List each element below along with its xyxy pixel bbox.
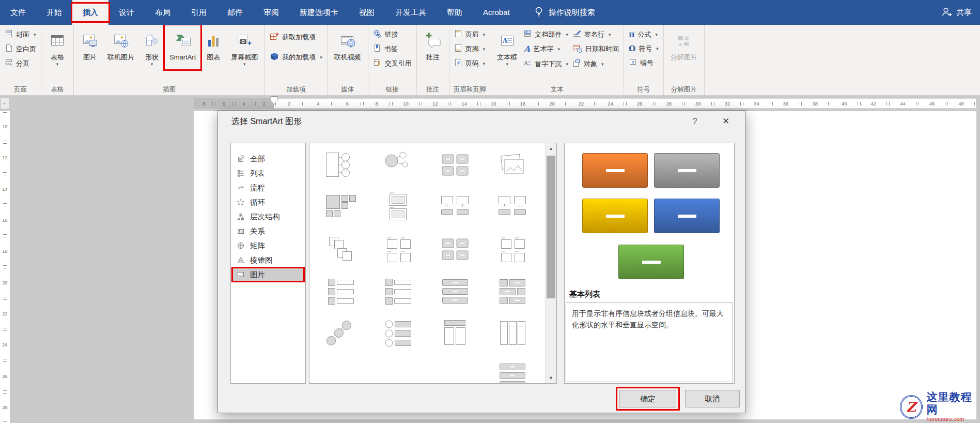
category-循环[interactable]: 循环 xyxy=(231,195,305,209)
thumb-header-columns[interactable] xyxy=(433,318,477,349)
艺术字-button[interactable]: A艺术字▾ xyxy=(521,43,570,55)
category-流程[interactable]: 流程 xyxy=(231,180,305,195)
文本框-button[interactable]: A文本框▾ xyxy=(493,26,521,82)
空白页-button[interactable]: 空白页 xyxy=(3,43,38,54)
tab-插入[interactable]: 插入 xyxy=(72,0,108,25)
tab-设计[interactable]: 设计 xyxy=(108,0,145,25)
category-图片[interactable]: 图片 xyxy=(231,267,305,282)
scrollbar-thumb[interactable] xyxy=(547,156,555,298)
thumb-picture-blocks[interactable] xyxy=(433,149,477,180)
thumb-horizontal-bars[interactable] xyxy=(433,276,477,307)
封面-button[interactable]: 封面▾ xyxy=(3,29,38,40)
tab-开发工具[interactable]: 开发工具 xyxy=(385,0,437,25)
tab-引用[interactable]: 引用 xyxy=(181,0,217,25)
thumb-three-columns[interactable] xyxy=(490,318,535,349)
preview-shape-gold xyxy=(582,199,648,233)
share-button[interactable]: 共享 xyxy=(941,0,972,25)
屏幕截图-button[interactable]: 屏幕截图▾ xyxy=(227,26,262,82)
tab-布局[interactable]: 布局 xyxy=(145,0,181,25)
category-全部[interactable]: 全部 xyxy=(231,152,305,166)
dropdown-arrow-icon: ▾ xyxy=(56,62,59,67)
ok-button[interactable]: 确定 xyxy=(619,390,676,407)
thumb-circle-caption-rows[interactable] xyxy=(376,318,421,349)
thumb-dot-link-partial[interactable] xyxy=(376,360,421,384)
符号-button[interactable]: Ω符号▾ xyxy=(627,43,661,54)
svg-text:#: # xyxy=(457,61,460,66)
dialog-help-button[interactable]: ? xyxy=(683,111,706,132)
签名行-button[interactable]: 签名行▾ xyxy=(570,29,621,40)
tab-审阅[interactable]: 审阅 xyxy=(253,0,289,25)
thumb-overlapping-pictures[interactable] xyxy=(319,234,363,265)
书签-button[interactable]: 书签 xyxy=(371,43,414,54)
ruler-text-segment: 2468101214161820222426283032343638404244… xyxy=(274,98,976,109)
gallery-scrollbar[interactable]: ▲ ▼ xyxy=(545,143,556,383)
联机图片-button[interactable]: 联机图片 xyxy=(103,26,138,82)
tab-开始[interactable]: 开始 xyxy=(36,0,72,25)
thumb-stacked-pictures[interactable] xyxy=(490,149,535,180)
thumb-horizontal-bars[interactable] xyxy=(490,360,535,384)
category-矩阵[interactable]: 矩阵 xyxy=(231,238,305,253)
图表-button[interactable]: 图表 xyxy=(200,26,227,82)
tab-Acrobat[interactable]: Acrobat xyxy=(473,0,520,25)
形状-button[interactable]: 形状▾ xyxy=(138,26,165,82)
blank-page-icon xyxy=(5,44,13,54)
tab-视图[interactable]: 视图 xyxy=(349,0,385,25)
页脚-button[interactable]: 页脚▾ xyxy=(452,43,488,54)
thumb-picture-blocks[interactable] xyxy=(433,234,477,265)
thumb-picture-caption-rows[interactable] xyxy=(319,276,363,307)
thumb-framed-pictures[interactable] xyxy=(376,191,421,222)
首字下沉-button[interactable]: A首字下沉▾ xyxy=(521,58,570,69)
图片-button[interactable]: 图片 xyxy=(76,26,103,82)
页眉-button[interactable]: 页眉▾ xyxy=(452,29,488,40)
联机视频-button[interactable]: 联机视频 xyxy=(330,26,365,82)
我的加载项-button[interactable]: 我的加载项▾ xyxy=(268,52,324,63)
thumb-ascending-circles[interactable] xyxy=(319,318,363,349)
对象-button[interactable]: 对象▾ xyxy=(570,58,621,69)
thumb-alternating-picture-circles[interactable] xyxy=(376,149,421,180)
thumb-vertical-picture-list[interactable] xyxy=(319,149,363,180)
tell-me-search[interactable]: 操作说明搜索 xyxy=(534,6,595,19)
获取加载项-button[interactable]: 获取加载项 xyxy=(268,32,324,42)
thumb-titled-pictures[interactable] xyxy=(376,234,421,265)
cancel-button[interactable]: 取消 xyxy=(685,390,740,407)
页码-button[interactable]: #页码▾ xyxy=(452,58,488,69)
编号-button[interactable]: #编号 xyxy=(627,57,661,68)
dialog-close-button[interactable]: ✕ xyxy=(713,111,738,132)
category-列表[interactable]: 列表 xyxy=(231,166,305,180)
online-video-icon xyxy=(339,29,356,53)
tab-selector-box[interactable]: ⌐ xyxy=(0,98,9,109)
thumb-dot-link-partial[interactable] xyxy=(433,360,477,384)
链接-button[interactable]: 链接 xyxy=(371,29,414,40)
thumb-hex-partial[interactable] xyxy=(319,360,363,384)
thumb-bending-picture-grid[interactable] xyxy=(319,191,363,222)
word-window: 文件开始插入设计布局引用邮件审阅新建选项卡视图开发工具帮助Acrobat 操作说… xyxy=(0,0,980,423)
分页-button[interactable]: 分页 xyxy=(3,58,38,69)
文档部件-button[interactable]: 文档部件▾ xyxy=(521,29,570,40)
tab-邮件[interactable]: 邮件 xyxy=(217,0,253,25)
scrollbar-down-icon[interactable]: ▼ xyxy=(546,373,556,383)
thumb-picture-caption-rows[interactable] xyxy=(376,276,421,307)
my-addins-icon xyxy=(270,52,279,63)
category-层次结构[interactable]: 层次结构 xyxy=(231,209,305,224)
ribbon-group-7: 页眉▾页脚▾#页码▾页眉和页脚 xyxy=(449,25,491,95)
表格-button[interactable]: 表格▾ xyxy=(44,26,71,82)
批注-button[interactable]: 批注 xyxy=(419,26,446,82)
thumb-bento-grid[interactable] xyxy=(490,276,535,307)
group-label-7: 页眉和页脚 xyxy=(449,85,490,94)
日期和时间-button[interactable]: 日期和时间 xyxy=(570,43,621,55)
scrollbar-up-icon[interactable]: ▲ xyxy=(546,143,556,154)
ribbon-group-10: 分解图片分解图片 xyxy=(664,25,705,95)
thumb-titled-pictures[interactable] xyxy=(490,234,535,265)
tab-帮助[interactable]: 帮助 xyxy=(437,0,473,25)
thumb-picture-screens[interactable] xyxy=(490,191,535,222)
公式-button[interactable]: π公式▾ xyxy=(627,29,661,40)
dropdown-arrow-icon: ▾ xyxy=(320,55,322,60)
dropdown-arrow-icon: ▾ xyxy=(609,32,611,37)
SmartArt-button[interactable]: SmartArt xyxy=(165,26,200,82)
category-棱锥图[interactable]: 棱锥图 xyxy=(231,253,305,267)
thumb-picture-screens[interactable] xyxy=(433,191,477,222)
category-关系[interactable]: 关系 xyxy=(231,224,305,238)
交叉引用-button[interactable]: 交叉引用 xyxy=(371,58,414,69)
tab-文件[interactable]: 文件 xyxy=(0,0,36,25)
tab-新建选项卡[interactable]: 新建选项卡 xyxy=(289,0,349,25)
